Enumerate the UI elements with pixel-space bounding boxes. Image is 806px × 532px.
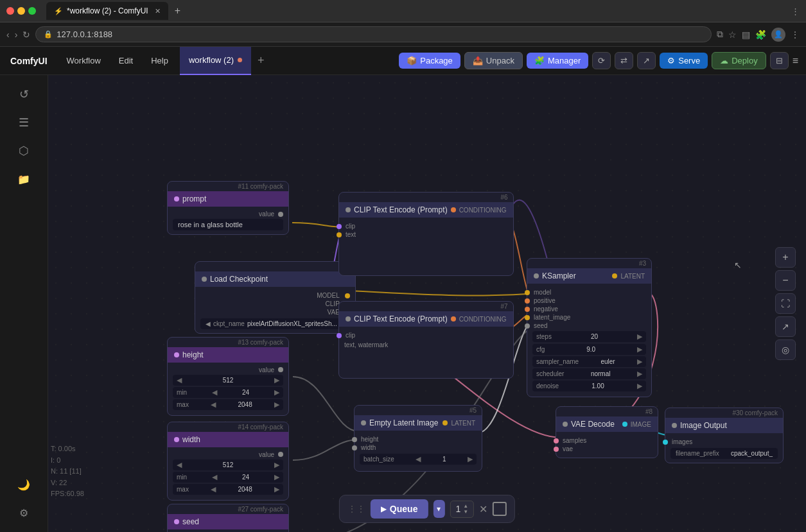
node-body-6: clip text [339, 218, 513, 275]
browser-menu-dots[interactable]: ⋮ [791, 30, 800, 40]
stepper-up-icon[interactable]: ▲ [463, 504, 468, 509]
tab-label: workflow (2) [189, 55, 234, 65]
node-field-scheduler[interactable]: scheduler normal ▶ [532, 368, 646, 379]
canvas-area[interactable]: #11 comfy-pack prompt value rose in a gl… [48, 75, 806, 532]
node-ksampler[interactable]: #3 KSampler LATENT model positive neg [527, 258, 652, 397]
node-seed[interactable]: #27 comfy-pack seed value ◀ 10 ▶ min -92… [167, 504, 289, 532]
node-body-height: value ◀ 512 ▶ min ◀ 24 ▶ max ◀ 2048 [168, 363, 288, 415]
node-height[interactable]: #13 comfy-pack height value ◀ 512 ▶ min … [167, 337, 289, 416]
serve-button[interactable]: ⚙ Serve [660, 53, 708, 69]
bottom-toolbar: ⋮⋮ ▶ Queue ▾ 1 ▲ ▼ ✕ [339, 495, 515, 523]
node-id-8: #8 [556, 407, 658, 416]
zoom-in-button[interactable]: + [775, 247, 796, 268]
icon-btn-3[interactable]: ↗ [637, 52, 656, 69]
arrow-up-right-button[interactable]: ↗ [775, 316, 796, 337]
puzzle-icon[interactable]: 🧩 [755, 30, 766, 40]
app-menu-workflow[interactable]: Workflow [58, 47, 110, 75]
queue-dropdown-button[interactable]: ▾ [433, 500, 444, 518]
add-tab-button[interactable]: + [251, 54, 271, 67]
traffic-light-yellow[interactable] [17, 7, 25, 15]
node-field-steps[interactable]: steps 20 ▶ [532, 331, 646, 342]
icon-btn-2[interactable]: ⇄ [615, 52, 633, 69]
grip-dots-icon[interactable]: ⋮⋮ [347, 504, 365, 514]
manager-button[interactable]: 🧩 Manager [527, 53, 588, 69]
node-field-width-min[interactable]: min ◀ 24 ▶ [173, 472, 283, 483]
browser-tab-active[interactable]: ⚡ *workflow (2) - ComfyUI ✕ [46, 2, 168, 20]
node-empty-latent[interactable]: #5 Empty Latent Image LATENT height widt… [354, 405, 482, 472]
tab-close-icon[interactable]: ✕ [155, 7, 161, 15]
unpack-button[interactable]: 📤 Unpack [464, 52, 523, 69]
node-field-width-value[interactable]: ◀ 512 ▶ [173, 459, 283, 470]
node-title-seed: seed [182, 517, 199, 526]
tab-modified-dot [238, 58, 242, 62]
node-field-height-max[interactable]: max ◀ 2048 ▶ [173, 399, 283, 410]
node-field-sampler[interactable]: sampler_name euler ▶ [532, 356, 646, 367]
fullscreen-button[interactable]: ⛶ [775, 293, 796, 314]
zoom-controls: + − ⛶ ↗ ◎ [775, 247, 796, 360]
node-vae-decode[interactable]: #8 VAE Decode IMAGE samples vae [556, 406, 658, 458]
nav-forward-button[interactable]: › [15, 30, 18, 40]
queue-cancel-button[interactable]: ✕ [479, 503, 487, 515]
node-image-output[interactable]: #30 comfy-pack Image Output images filen… [665, 408, 784, 463]
node-field-width-max[interactable]: max ◀ 2048 ▶ [173, 484, 283, 495]
sidebar-item-settings[interactable]: ⚙ [11, 500, 37, 526]
nav-back-button[interactable]: ‹ [6, 30, 10, 40]
node-field-denoise[interactable]: denoise 1.00 ▶ [532, 381, 646, 391]
browser-menu-icon[interactable]: ⋮ [791, 6, 800, 16]
settings-icon[interactable]: ≡ [793, 55, 798, 67]
app-header: ComfyUI Workflow Edit Help workflow (2) … [0, 47, 806, 75]
header-actions: 📦 Package 📤 Unpack 🧩 Manager ⟳ ⇄ ↗ ⚙ Ser… [399, 52, 806, 69]
eye-button[interactable]: ◎ [775, 339, 796, 360]
queue-button[interactable]: ▶ Queue [371, 499, 428, 519]
sidebar-item-cube[interactable]: ⬡ [11, 138, 37, 164]
extensions-icon[interactable]: ▤ [742, 30, 750, 40]
status-t: T: 0.00s [51, 443, 84, 455]
traffic-light-red[interactable] [6, 7, 14, 15]
node-field-filename[interactable]: filename_prefix cpack_output_ [670, 448, 778, 459]
unpack-label: Unpack [486, 56, 514, 65]
app-logo: ComfyUI [0, 56, 58, 66]
sidebar-toggle[interactable]: ⊟ [770, 52, 789, 69]
address-bar[interactable]: 🔒 127.0.0.1:8188 [35, 26, 712, 42]
app-menu-help[interactable]: Help [142, 47, 177, 75]
nav-refresh-button[interactable]: ↻ [22, 30, 30, 40]
node-field-height-value[interactable]: ◀ 512 ▶ [173, 375, 283, 386]
node-title-prompt: prompt [182, 194, 206, 203]
node-field-ckpt[interactable]: ◀ ckpt_name pixelArtDiffusionXL_spritesS… [200, 318, 350, 329]
icon-btn-1[interactable]: ⟳ [592, 52, 611, 69]
address-text: 127.0.0.1:8188 [57, 30, 112, 39]
node-clip-encode-7[interactable]: #7 CLIP Text Encode (Prompt) CONDITIONIN… [338, 301, 514, 379]
account-icon[interactable]: 👤 [771, 28, 785, 42]
node-body-8: samples vae [556, 432, 658, 458]
zoom-out-button[interactable]: − [775, 270, 796, 291]
node-load-checkpoint[interactable]: #4 Load Checkpoint MODEL CLIP VAE [195, 261, 356, 334]
sidebar-item-moon[interactable]: 🌙 [11, 472, 37, 497]
status-n: N: 11 [11] [51, 466, 84, 477]
queue-stop-button[interactable] [493, 502, 507, 516]
node-field-prompt-value[interactable]: rose in a glass bottle [173, 219, 283, 230]
deploy-button[interactable]: ☁ Deploy [712, 52, 766, 69]
node-id-5: #5 [355, 406, 482, 415]
open-in-tab-icon[interactable]: ⧉ [717, 29, 723, 40]
node-clip-encode-6[interactable]: #6 CLIP Text Encode (Prompt) CONDITIONIN… [338, 192, 514, 276]
node-title-5: Empty Latent Image [369, 418, 438, 427]
bookmark-icon[interactable]: ☆ [728, 30, 737, 40]
sidebar-item-folder[interactable]: 📁 [11, 166, 37, 192]
workflow-tab[interactable]: workflow (2) [180, 47, 251, 75]
deploy-label: Deploy [732, 56, 757, 65]
unpack-icon: 📤 [473, 56, 483, 65]
node-field-cfg[interactable]: cfg 9.0 ▶ [532, 344, 646, 355]
package-button[interactable]: 📦 Package [399, 53, 460, 69]
new-tab-button[interactable]: + [171, 4, 184, 18]
node-field-batch[interactable]: batch_size ◀ 1 ▶ [360, 454, 477, 465]
traffic-light-green[interactable] [28, 7, 36, 15]
node-field-height-min[interactable]: min ◀ 24 ▶ [173, 387, 283, 398]
node-width[interactable]: #14 comfy-pack width value ◀ 512 ▶ min ◀ [167, 422, 289, 501]
app-menu-edit[interactable]: Edit [110, 47, 142, 75]
stepper-down-icon[interactable]: ▼ [463, 510, 468, 515]
node-prompt[interactable]: #11 comfy-pack prompt value rose in a gl… [167, 181, 289, 235]
sidebar-item-list[interactable]: ☰ [11, 110, 37, 135]
node-header-8: VAE Decode IMAGE [556, 416, 658, 432]
sidebar-item-history[interactable]: ↺ [11, 82, 37, 107]
node-header-height: height [168, 347, 288, 363]
